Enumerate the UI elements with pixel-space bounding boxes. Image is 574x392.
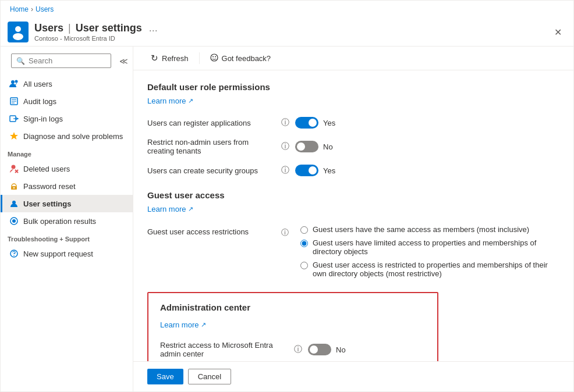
restrict-nonadmin-row: Restrict non-admin users from creating t… <box>147 133 559 160</box>
breadcrumb: Home › Users <box>1 1 573 18</box>
svg-point-1 <box>15 26 21 32</box>
admin-restrict-label: Restrict access to Microsoft Entra admin… <box>160 341 288 358</box>
default-learn-more-link[interactable]: Learn more ↗ <box>147 97 193 105</box>
guest-learn-more-label: Learn more <box>147 205 186 213</box>
header-subtitle: Contoso - Microsoft Entra ID <box>34 35 552 42</box>
guest-restriction-label: Guest user access restrictions <box>147 225 275 236</box>
sidebar-item-bulk-operation-label: Bulk operation results <box>23 217 96 226</box>
guest-radio-2[interactable] <box>300 240 308 247</box>
svg-point-2 <box>13 33 23 40</box>
sidebar-item-bulk-operation[interactable]: Bulk operation results <box>1 212 133 230</box>
content-area: ↻ Refresh Got feedback? Default user rol… <box>133 47 573 391</box>
guest-option-3[interactable]: Guest user access is restricted to prope… <box>300 261 559 278</box>
breadcrumb-users[interactable]: Users <box>36 5 54 13</box>
restrict-nonadmin-value: No <box>323 142 333 151</box>
sidebar-item-audit-logs-label: Audit logs <box>23 97 56 106</box>
search-container: 🔍 <box>11 54 111 68</box>
default-learn-more-label: Learn more <box>147 97 186 105</box>
register-apps-control: Yes <box>295 117 335 129</box>
guest-option-1[interactable]: Guest users have the same access as memb… <box>300 225 559 234</box>
audit-logs-icon <box>9 97 19 106</box>
security-groups-value: Yes <box>323 166 335 175</box>
guest-radio-group: Guest users have the same access as memb… <box>300 225 559 278</box>
sidebar-item-password-reset-label: Password reset <box>23 182 76 191</box>
guest-restriction-info-icon[interactable]: ⓘ <box>281 225 289 238</box>
admin-restrict-toggle[interactable] <box>308 344 331 355</box>
admin-center-title: Administration center <box>160 302 426 312</box>
toolbar-divider <box>199 52 200 64</box>
password-reset-icon <box>9 181 19 191</box>
page-icon <box>8 22 29 42</box>
security-groups-label: Users can create security groups <box>147 166 275 175</box>
sidebar-item-signin-logs[interactable]: Sign-in logs <box>1 110 133 127</box>
svg-point-3 <box>11 80 15 84</box>
diagnose-icon <box>9 131 19 141</box>
security-groups-slider <box>295 165 318 176</box>
guest-option-2-label: Guest users have limited access to prope… <box>313 238 559 256</box>
refresh-label: Refresh <box>162 54 189 63</box>
restrict-nonadmin-info-icon[interactable]: ⓘ <box>281 141 289 152</box>
sidebar-item-deleted-users[interactable]: Deleted users <box>1 160 133 177</box>
admin-center-box: Administration center Learn more ↗ Restr… <box>147 292 438 361</box>
sidebar-item-new-support[interactable]: New support request <box>1 245 133 262</box>
admin-external-link-icon: ↗ <box>201 321 206 329</box>
restrict-nonadmin-slider <box>295 141 318 152</box>
guest-radio-3[interactable] <box>300 262 308 269</box>
security-groups-toggle[interactable] <box>295 165 318 176</box>
sidebar-item-diagnose-label: Diagnose and solve problems <box>23 132 123 141</box>
guest-restriction-row: Guest user access restrictions ⓘ Guest u… <box>147 220 559 283</box>
restrict-nonadmin-toggle[interactable] <box>295 141 318 152</box>
content-scroll[interactable]: Default user role permissions Learn more… <box>133 70 573 361</box>
cancel-button[interactable]: Cancel <box>188 369 231 384</box>
register-apps-toggle[interactable] <box>295 117 318 129</box>
register-apps-info-icon[interactable]: ⓘ <box>281 117 289 128</box>
restrict-nonadmin-control: No <box>295 141 333 152</box>
admin-restrict-info-icon[interactable]: ⓘ <box>294 344 302 355</box>
breadcrumb-sep: › <box>31 5 33 13</box>
svg-point-20 <box>13 255 15 256</box>
svg-point-18 <box>12 219 16 223</box>
feedback-label: Got feedback? <box>222 54 271 63</box>
toolbar: ↻ Refresh Got feedback? <box>133 47 573 70</box>
svg-point-11 <box>12 165 16 169</box>
feedback-button[interactable]: Got feedback? <box>204 51 277 66</box>
guest-radio-1[interactable] <box>300 226 308 234</box>
sidebar-item-audit-logs[interactable]: Audit logs <box>1 92 133 110</box>
search-input[interactable] <box>29 56 106 65</box>
default-permissions-title: Default user role permissions <box>147 82 559 92</box>
save-button[interactable]: Save <box>147 369 183 384</box>
register-apps-label: Users can register applications <box>147 119 275 127</box>
admin-restrict-value: No <box>336 345 346 354</box>
sidebar-item-password-reset[interactable]: Password reset <box>1 177 133 195</box>
header-title-block: Users | User settings ... Contoso - Micr… <box>34 22 552 42</box>
security-groups-control: Yes <box>295 165 335 176</box>
breadcrumb-home[interactable]: Home <box>10 5 29 13</box>
sidebar-item-user-settings[interactable]: User settings <box>1 195 133 212</box>
sidebar-item-diagnose[interactable]: Diagnose and solve problems <box>1 127 133 145</box>
refresh-button[interactable]: ↻ Refresh <box>145 50 194 66</box>
page-title: Users | User settings ... <box>34 22 552 34</box>
security-groups-row: Users can create security groups ⓘ Yes <box>147 160 559 181</box>
sidebar: 🔍 ≪ All users Audit logs <box>1 47 133 391</box>
all-users-icon <box>9 79 19 88</box>
support-icon <box>9 249 19 258</box>
guest-external-link-icon: ↗ <box>188 205 193 213</box>
admin-restrict-row: Restrict access to Microsoft Entra admin… <box>160 336 426 361</box>
manage-section-header: Manage <box>1 145 133 160</box>
admin-learn-more-link[interactable]: Learn more ↗ <box>160 320 206 329</box>
register-apps-row: Users can register applications ⓘ Yes <box>147 112 559 133</box>
sidebar-collapse-button[interactable]: ≪ <box>119 56 128 66</box>
security-groups-info-icon[interactable]: ⓘ <box>281 165 289 176</box>
close-button[interactable]: ✕ <box>552 24 564 40</box>
guest-learn-more-link[interactable]: Learn more ↗ <box>147 205 193 213</box>
guest-option-2[interactable]: Guest users have limited access to prope… <box>300 238 559 256</box>
troubleshoot-section-header: Troubleshooting + Support <box>1 230 133 245</box>
sidebar-item-all-users[interactable]: All users <box>1 75 133 92</box>
guest-option-1-label: Guest users have the same access as memb… <box>313 225 529 234</box>
header-ellipsis[interactable]: ... <box>149 22 158 34</box>
sidebar-item-all-users-label: All users <box>23 80 52 88</box>
admin-learn-more-label: Learn more <box>160 320 199 329</box>
svg-point-22 <box>212 56 214 57</box>
sidebar-item-signin-logs-label: Sign-in logs <box>23 115 63 123</box>
footer: Save Cancel <box>133 361 573 391</box>
